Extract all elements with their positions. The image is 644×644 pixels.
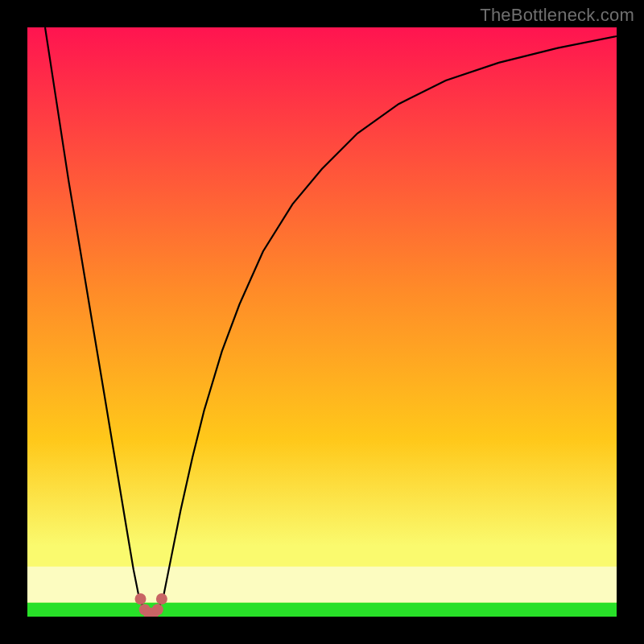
min-marker xyxy=(152,604,163,615)
chart-frame: TheBottleneck.com xyxy=(0,0,644,644)
threshold-bands xyxy=(27,567,617,617)
min-marker xyxy=(135,593,147,605)
min-marker xyxy=(156,593,167,605)
pale-band xyxy=(27,567,617,603)
green-band xyxy=(27,602,617,617)
bottleneck-chart xyxy=(27,27,617,617)
gradient-background xyxy=(27,27,617,617)
watermark-text: TheBottleneck.com xyxy=(480,5,634,26)
plot-area xyxy=(27,27,617,617)
